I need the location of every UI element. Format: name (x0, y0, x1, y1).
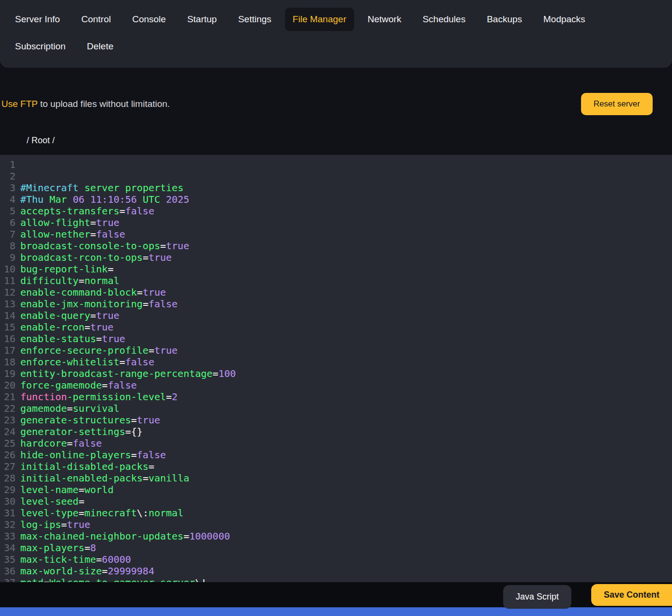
tab-subscription[interactable]: Subscription (7, 35, 74, 58)
line-number: 36 (0, 565, 15, 577)
code-text: force-gamemode=false (20, 379, 137, 391)
code-line[interactable]: 27initial-disabled-packs= (0, 461, 672, 472)
code-text: allow-nether=false (20, 228, 125, 240)
code-line[interactable]: 29level-name=world (0, 484, 672, 496)
line-number: 17 (0, 345, 15, 356)
code-line[interactable]: 12enable-command-block=true (0, 286, 672, 298)
line-number: 18 (0, 356, 15, 368)
toolbar: Use FTP to upload files without limitati… (0, 93, 672, 115)
code-text: function-permission-level=2 (20, 391, 178, 403)
code-line[interactable]: 26hide-online-players=false (0, 449, 672, 461)
tab-control[interactable]: Control (74, 8, 119, 31)
tab-file-manager[interactable]: File Manager (285, 8, 354, 31)
breadcrumb-row: / Root / (27, 135, 672, 146)
code-line[interactable]: 3#Minecraft server properties (0, 182, 672, 194)
code-text: hide-online-players=false (20, 449, 166, 461)
line-number: 20 (0, 379, 15, 391)
tab-settings[interactable]: Settings (230, 8, 279, 31)
code-line[interactable]: 15enable-rcon=true (0, 321, 672, 333)
code-line[interactable]: 18enforce-whitelist=false (0, 356, 672, 368)
code-line[interactable]: 31level-type=minecraft\:normal (0, 507, 672, 519)
line-number: 26 (0, 449, 15, 461)
code-line[interactable]: 6allow-flight=true (0, 217, 672, 228)
code-line[interactable]: 35max-tick-time=60000 (0, 554, 672, 565)
code-line[interactable]: 21function-permission-level=2 (0, 391, 672, 403)
line-number: 30 (0, 496, 15, 507)
tab-console[interactable]: Console (124, 8, 174, 31)
footer-bar: Java Script Save Content (0, 582, 672, 607)
code-line[interactable]: 7allow-nether=false (0, 228, 672, 240)
code-line[interactable]: 30level-seed= (0, 496, 672, 507)
line-number: 24 (0, 426, 15, 437)
breadcrumb[interactable]: / Root / (27, 135, 55, 146)
save-content-button[interactable]: Save Content (591, 584, 672, 606)
code-text: enable-jmx-monitoring=false (20, 298, 178, 310)
code-line[interactable]: 4#Thu Mar 06 11:10:56 UTC 2025 (0, 194, 672, 205)
code-text: entity-broadcast-range-percentage=100 (20, 368, 236, 379)
code-line[interactable]: 20force-gamemode=false (0, 379, 672, 391)
code-line[interactable]: 11difficulty=normal (0, 275, 672, 286)
code-line[interactable]: 14enable-query=true (0, 310, 672, 321)
code-text: hardcore=false (20, 437, 102, 449)
line-number: 8 (0, 240, 15, 252)
code-line[interactable]: 10bug-report-link= (0, 263, 672, 275)
code-text: initial-enabled-packs=vanilla (20, 472, 189, 484)
code-line[interactable]: 19entity-broadcast-range-percentage=100 (0, 368, 672, 379)
code-text: difficulty=normal (20, 275, 119, 286)
code-editor[interactable]: 123#Minecraft server properties4#Thu Mar… (0, 155, 672, 616)
bottom-accent-bar (0, 607, 672, 616)
code-text: level-name=world (20, 484, 114, 496)
code-text: enforce-whitelist=false (20, 356, 154, 368)
tab-startup[interactable]: Startup (179, 8, 224, 31)
code-line[interactable]: 8broadcast-console-to-ops=true (0, 240, 672, 252)
code-text: gamemode=survival (20, 403, 119, 414)
tab-modpacks[interactable]: Modpacks (536, 8, 593, 31)
code-line[interactable]: 32log-ips=true (0, 519, 672, 530)
code-line[interactable]: 16enable-status=true (0, 333, 672, 345)
code-line[interactable]: 5accepts-transfers=false (0, 205, 672, 217)
code-line[interactable]: 28initial-enabled-packs=vanilla (0, 472, 672, 484)
line-number: 13 (0, 298, 15, 310)
code-text: #Minecraft server properties (20, 182, 183, 194)
code-text: enable-command-block=true (20, 286, 166, 298)
code-text: max-world-size=29999984 (20, 565, 154, 577)
code-text: allow-flight=true (20, 217, 119, 228)
line-number: 25 (0, 437, 15, 449)
tab-schedules[interactable]: Schedules (415, 8, 473, 31)
code-line[interactable]: 34max-players=8 (0, 542, 672, 554)
code-text: accepts-transfers=false (20, 205, 154, 217)
code-line[interactable]: 22gamemode=survival (0, 403, 672, 414)
tab-delete[interactable]: Delete (79, 35, 121, 58)
reset-server-button[interactable]: Reset server (581, 93, 653, 115)
code-line[interactable]: 17enforce-secure-profile=true (0, 345, 672, 356)
code-line[interactable]: 1 (0, 159, 672, 170)
code-text: enable-query=true (20, 310, 119, 321)
line-number: 35 (0, 554, 15, 565)
editor-mode-button[interactable]: Java Script (503, 585, 571, 609)
code-line[interactable]: 24generator-settings={} (0, 426, 672, 437)
line-number: 6 (0, 217, 15, 228)
line-number: 27 (0, 461, 15, 472)
code-line[interactable]: 9broadcast-rcon-to-ops=true (0, 252, 672, 263)
code-text: bug-report-link= (20, 263, 114, 275)
code-line[interactable]: 33max-chained-neighbor-updates=1000000 (0, 530, 672, 542)
line-number: 32 (0, 519, 15, 530)
code-text: enforce-secure-profile=true (20, 345, 178, 356)
code-line[interactable]: 25hardcore=false (0, 437, 672, 449)
code-line[interactable]: 13enable-jmx-monitoring=false (0, 298, 672, 310)
tab-backups[interactable]: Backups (479, 8, 530, 31)
line-number: 7 (0, 228, 15, 240)
line-number: 33 (0, 530, 15, 542)
tab-network[interactable]: Network (360, 8, 409, 31)
line-number: 31 (0, 507, 15, 519)
code-line[interactable]: 36max-world-size=29999984 (0, 565, 672, 577)
line-number: 29 (0, 484, 15, 496)
nav-row-2: Subscription Delete (7, 35, 665, 58)
ftp-link[interactable]: Use FTP (1, 99, 38, 109)
code-line[interactable]: 23generate-structures=true (0, 414, 672, 426)
line-number: 28 (0, 472, 15, 484)
line-number: 3 (0, 182, 15, 194)
code-line[interactable]: 2 (0, 170, 672, 182)
nav-row-1: Server Info Control Console Startup Sett… (7, 8, 665, 31)
tab-server-info[interactable]: Server Info (7, 8, 68, 31)
